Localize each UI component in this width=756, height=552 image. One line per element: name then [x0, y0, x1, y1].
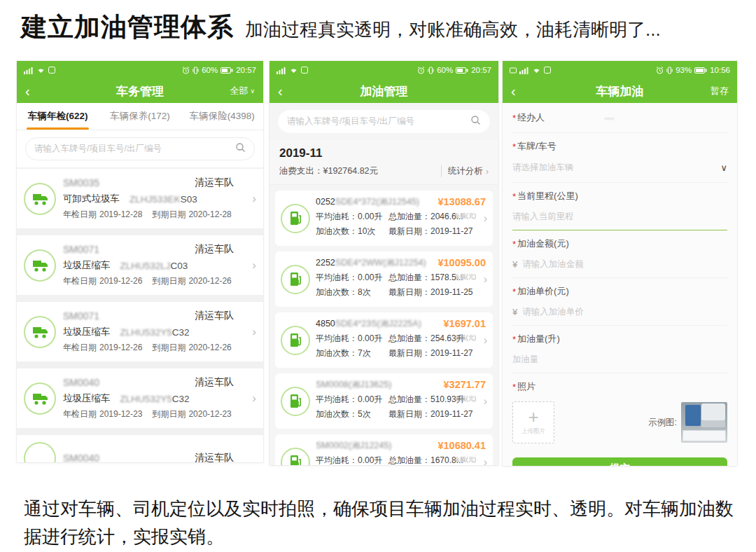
chevron-right-icon: › [484, 273, 487, 286]
amount-unit-note: 金额(元) [454, 456, 476, 464]
status-time: 20:57 [471, 66, 491, 74]
alarm-icon [182, 67, 190, 74]
fuel-vehicle-code: SM0002(湘J12245) [316, 440, 391, 452]
example-label: 示例图: [648, 417, 677, 429]
vehicle-code: SM0040 [63, 377, 99, 388]
photo-label: * 照片 [512, 373, 727, 396]
fleet-name: 清运车队 [195, 243, 234, 256]
search-placeholder: 请输入车牌号/项目车号/出厂编号 [34, 143, 235, 155]
search-input[interactable]: 请输入车牌号/项目车号/出厂编号 [278, 110, 490, 133]
phone-vehicle-management: 60% 20:57 ‹ 车务管理 全部∨ 车辆年检(622) 车辆保养(172)… [17, 61, 263, 462]
operator-value: — [605, 113, 614, 123]
vehicle-code: SM0071 [63, 244, 99, 255]
amount-unit-note: 金额(元) [454, 273, 476, 282]
example-photo [681, 402, 727, 443]
nav-title: 加油管理 [270, 83, 498, 99]
yuan-symbol: ¥ [512, 259, 517, 270]
signal-icon [519, 67, 529, 74]
fuel-record-card[interactable]: 0252SDE4*372(湘J12545) 平均油耗：0.00升总加油量：204… [275, 191, 493, 246]
operator-label: 经办人 [517, 111, 545, 124]
fuel-pump-icon [281, 265, 310, 294]
vehicle-code: SM0035 [63, 177, 99, 188]
truck-icon [24, 316, 56, 348]
nav-bar: ‹ 车辆加油 暂存 [503, 79, 737, 103]
vehicle-code: SM0040 [63, 453, 99, 462]
fuel-pump-icon [281, 448, 310, 466]
fuel-amount-input[interactable]: ¥ 请输入加油金额 [512, 253, 727, 278]
fuel-volume-input[interactable]: 加油量 [512, 348, 727, 373]
fuel-amount: ¥10095.00 [438, 257, 486, 268]
fuel-record-list: 0252SDE4*372(湘J12545) 平均油耗：0.00升总加油量：204… [270, 185, 498, 465]
fuel-amount-placeholder: 请输入加油金额 [522, 258, 584, 270]
search-icon [470, 115, 481, 128]
nav-title: 车辆加油 [503, 83, 737, 99]
signal-icon [276, 67, 286, 74]
yuan-symbol: ¥ [512, 307, 517, 317]
vehicle-list: SM0035清运车队 可卸式垃圾车ZLHJ533EKS03 年检日期2019-1… [17, 167, 263, 462]
nav-bar: ‹ 加油管理 [270, 79, 498, 103]
wifi-icon [289, 67, 298, 74]
chevron-right-icon: › [252, 392, 256, 406]
filter-all-button[interactable]: 全部∨ [230, 85, 255, 97]
signal-icon [24, 67, 34, 74]
app-badge-icon [544, 67, 551, 74]
fleet-name: 清运车队 [195, 376, 234, 389]
mileage-input[interactable]: 请输入当前里程 [512, 205, 727, 230]
vehicle-type: 可卸式垃圾车 [63, 193, 120, 205]
fuel-record-card[interactable]: SM0008(湘J13625) 平均油耗：0.00升总加油量：510.93升 加… [275, 373, 493, 429]
fuel-record-card[interactable]: 2252SDE4*2WW(湘J12254) 平均油耗：0.00升总加油量：157… [275, 251, 493, 307]
page-title: 建立加油管理体系 [21, 10, 234, 45]
page-subtitle: 加油过程真实透明，对账准确高效，油耗清晰明了... [245, 18, 661, 42]
fuel-volume-placeholder: 加油量 [512, 354, 539, 366]
vibrate-icon [192, 67, 199, 74]
inspection-date: 2019-12-26 [99, 343, 142, 352]
fuel-record-card[interactable]: SM0002(湘J12245) 平均油耗：0.00升总加油量：1670.8...… [275, 434, 493, 465]
wifi-icon [532, 67, 541, 74]
tab-annual-inspection[interactable]: 车辆年检(622) [17, 103, 99, 130]
summary-month: 2019-11 [279, 146, 489, 160]
nav-title: 车务管理 [17, 83, 263, 99]
vehicle-card[interactable]: SM0035清运车队 可卸式垃圾车ZLHJ533EKS03 年检日期2019-1… [17, 169, 263, 228]
fuel-amount: ¥1697.01 [444, 318, 486, 329]
search-input[interactable]: 请输入车牌号/项目车号/出厂编号 [25, 137, 255, 160]
chevron-right-icon: › [484, 456, 487, 466]
truck-icon [24, 442, 56, 462]
expense-label: 油费支出： [279, 165, 323, 177]
search-area: 请输入车牌号/项目车号/出厂编号 [17, 130, 263, 167]
expiry-date: 2020-12-23 [188, 409, 231, 419]
fleet-name: 清运车队 [195, 452, 234, 462]
chevron-right-icon: › [484, 395, 487, 408]
vehicle-card[interactable]: SM0040清运车队 垃圾压缩车ZLHU532Y5C32 年检日期2019-12… [17, 368, 263, 428]
amount-unit-note: 金额(元) [454, 212, 476, 221]
wifi-icon [36, 67, 46, 74]
vehicle-card[interactable]: SM0040清运车队 [17, 435, 263, 462]
mileage-label: * 当前里程(公里) [512, 183, 727, 205]
fuel-amount: ¥3271.77 [444, 379, 486, 390]
tab-insurance[interactable]: 车辆保险(4398) [181, 103, 263, 130]
tab-bar: 车辆年检(622) 车辆保养(172) 车辆保险(4398) [17, 103, 263, 130]
tab-maintenance[interactable]: 车辆保养(172) [99, 103, 181, 130]
vehicle-card[interactable]: SM0071清运车队 垃圾压缩车ZLHU532Y5C32 年检日期2019-12… [17, 302, 263, 361]
statistics-analysis-link[interactable]: 统计分析› [441, 165, 489, 177]
monthly-summary: 2019-11 油费支出： ¥192764.82元 统计分析› [270, 140, 498, 185]
fuel-amount-label: * 加油金额(元) [512, 230, 727, 253]
vehicle-card[interactable]: SM0071清运车队 垃圾压缩车ZLHU532LJC03 年检日期2019-12… [17, 235, 263, 295]
save-draft-button[interactable]: 暂存 [710, 85, 729, 97]
chevron-right-icon: › [486, 166, 489, 177]
vehicle-code: SM0071 [63, 310, 99, 322]
vehicle-select[interactable]: 请选择加油车辆 ∨ [512, 156, 727, 183]
nav-bar: ‹ 车务管理 全部∨ [17, 79, 263, 103]
unit-price-input[interactable]: ¥ 请输入加油单价 [512, 301, 727, 326]
fuel-volume-label: * 加油量(升) [512, 326, 727, 348]
chevron-right-icon: › [484, 334, 487, 347]
submit-button[interactable]: 提交 [512, 457, 727, 466]
example-area: 示例图: [648, 402, 727, 443]
alarm-icon [656, 67, 664, 74]
fuel-pump-icon [281, 326, 310, 355]
search-icon [235, 142, 246, 156]
chevron-down-icon: ∨ [720, 163, 727, 173]
status-bar: 60% 20:57 [270, 61, 498, 79]
fuel-record-card[interactable]: 4850SDE4*23S(湘J2225A) 平均油耗：0.00升总加油量：254… [275, 312, 493, 368]
upload-photo-button[interactable]: + 上传图片 [512, 401, 554, 443]
fuel-vehicle-code: SM0008(湘J13625) [316, 379, 391, 391]
